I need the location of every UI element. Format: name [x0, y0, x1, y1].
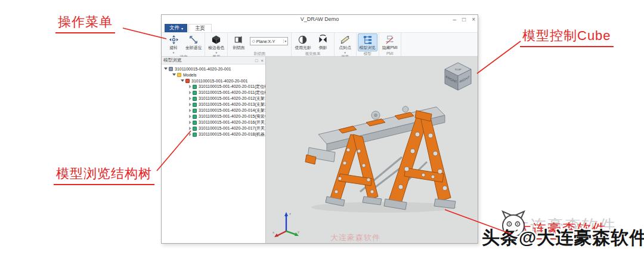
- pin-icon[interactable]: □: [255, 58, 258, 63]
- ribbon-group-model: 模型浏览 模型: [357, 33, 379, 56]
- titlebar: V_DRAW Demo – □ ×: [162, 15, 478, 24]
- collapse-arrow-icon[interactable]: [189, 109, 191, 112]
- chevron-down-icon: ▾: [173, 51, 175, 54]
- point-to-point-button[interactable]: 点到点 ▾: [336, 33, 355, 54]
- plane-icon: ◇: [252, 39, 255, 44]
- collapse-arrow-icon[interactable]: [189, 85, 191, 88]
- lighting-label: 使用光影: [295, 45, 311, 51]
- viewport-watermark: 大连豪森软件: [330, 232, 380, 243]
- tree-root-node[interactable]: 3101100015-001-4020-20-001: [162, 66, 265, 72]
- maximize-button[interactable]: □: [462, 16, 466, 23]
- part-icon: [193, 97, 197, 101]
- expand-arrow-icon[interactable]: [181, 79, 184, 82]
- part-icon: [193, 133, 197, 137]
- viewport-3d[interactable]: TOP FRONT RIGHT: [266, 57, 478, 243]
- tree-part-row[interactable]: 3101100015-001-4020-20-013(支架2): [162, 102, 265, 108]
- tree-part-row[interactable]: 3101100015-001-4020-20-014(支架3): [162, 108, 265, 113]
- ribbon-group-visual: 使用光影 倒影 视觉效果: [292, 33, 334, 56]
- group-label-pmi: PMI: [380, 51, 400, 56]
- expand-arrow-icon[interactable]: [172, 73, 176, 76]
- part-icon: [193, 91, 197, 95]
- section-plane-button[interactable]: 剖切面: [229, 33, 248, 51]
- tree-part-row[interactable]: 3101100015-001-4020-20-011(定位柱1.1): [162, 90, 265, 96]
- fit-all-button[interactable]: 全部适应: [184, 33, 203, 51]
- shaded-cube-icon: [211, 35, 221, 45]
- window-title: V_DRAW Demo: [162, 16, 478, 22]
- annotation-model-tree: 模型浏览结构树: [54, 165, 154, 185]
- tree-models-node[interactable]: Models: [162, 72, 265, 78]
- collapse-arrow-icon[interactable]: [189, 127, 191, 130]
- tree-part-label: 3101100015-001-4020-20-017(开关支架4): [199, 125, 265, 131]
- assembly-root-icon: [169, 67, 173, 71]
- section-plane-select[interactable]: ◇ Plane:X-Y ▾: [250, 37, 288, 45]
- collapse-arrow-icon[interactable]: [189, 115, 191, 118]
- tree-assembly-label: 3101100015-001-4020-20-001: [191, 79, 247, 83]
- hide-pmi-icon: [385, 35, 395, 45]
- reflection-button[interactable]: 倒影: [314, 33, 333, 51]
- section-plane-label: 剖切面: [233, 45, 244, 51]
- tree-part-row[interactable]: 3101100015-001-4020-20-016(开关支架2): [162, 119, 265, 125]
- collapse-arrow-icon[interactable]: [189, 121, 191, 124]
- minimize-button[interactable]: –: [453, 16, 457, 23]
- close-button[interactable]: ×: [472, 16, 475, 23]
- rotate-icon: [169, 35, 179, 45]
- ribbon-tabs: 文件 ▾ 主页: [162, 24, 478, 33]
- reflection-label: 倒影: [319, 45, 327, 51]
- hide-pmi-label: 隐藏PMI: [382, 45, 398, 51]
- tab-file-label: 文件: [169, 24, 179, 32]
- point-to-point-label: 点到点: [339, 45, 351, 51]
- main-area: 模型浏览 □ × 3101100015-001-4020-20-001 Mode…: [162, 57, 478, 243]
- fit-all-icon: [188, 35, 199, 45]
- model-tree-panel: 模型浏览 □ × 3101100015-001-4020-20-001 Mode…: [162, 57, 266, 243]
- tree-part-row[interactable]: 3101100015-001-4020-20-017(开关支架4): [162, 125, 265, 131]
- part-icon: [193, 109, 197, 113]
- ribbon-group-pmi: 隐藏PMI PMI: [379, 33, 401, 56]
- rotate-button[interactable]: 旋转 ▾: [164, 33, 183, 54]
- tree-part-label: 3101100015-001-4020-20-013(支架2): [199, 102, 265, 108]
- section-plane-icon: [234, 35, 244, 45]
- collapse-arrow-icon[interactable]: [189, 91, 191, 94]
- lighting-button[interactable]: 使用光影: [293, 33, 312, 51]
- collapse-arrow-icon[interactable]: [189, 103, 191, 106]
- expand-arrow-icon[interactable]: [164, 67, 168, 70]
- part-icon: [193, 115, 197, 119]
- part-icon: [193, 103, 197, 107]
- close-panel-icon[interactable]: ×: [261, 58, 264, 63]
- axis-x-label: x: [273, 231, 274, 234]
- lighting-icon: [298, 35, 308, 45]
- tab-file[interactable]: 文件 ▾: [165, 24, 187, 32]
- cube-top-label: TOP: [454, 69, 461, 71]
- tree-part-row[interactable]: 3101100015-001-4020-20-011(定位柱1): [162, 84, 265, 90]
- tree-part-row[interactable]: 3101100015-001-4020-20-012(支架1): [162, 96, 265, 102]
- tree-assembly-node[interactable]: 3101100015-001-4020-20-001: [162, 78, 265, 84]
- axis-triad: z x y: [272, 208, 301, 238]
- ribbon-group-display: 棱边着色 ▾ 显示: [205, 33, 228, 56]
- tree-part-label: 3101100015-001-4020-20-016(开关支架2): [199, 119, 265, 125]
- ribbon: 旋转 ▾ 全部适应 操作: [162, 33, 478, 57]
- tree-part-row[interactable]: 3101100015-001-4020-20-018(机器人原点标定.1): [162, 131, 265, 137]
- section-plane-value: Plane:X-Y: [256, 39, 282, 44]
- tab-home[interactable]: 主页: [188, 24, 212, 32]
- annotation-operation-menu: 操作菜单: [55, 13, 115, 33]
- hide-pmi-button[interactable]: 隐藏PMI: [380, 33, 400, 51]
- tab-home-label: 主页: [195, 25, 205, 32]
- axis-z-label: z: [289, 212, 291, 216]
- ribbon-group-section: 剖切面 ◇ Plane:X-Y ▾ 剖切面: [228, 33, 292, 56]
- axis-y-label: y: [298, 230, 299, 234]
- tree-root-label: 3101100015-001-4020-20-001: [175, 67, 231, 71]
- part-icon: [193, 127, 197, 131]
- app-window: V_DRAW Demo – □ × 文件 ▾ 主页 旋转: [161, 14, 478, 244]
- model-browse-button[interactable]: 模型浏览: [358, 33, 377, 51]
- tree-part-label: 3101100015-001-4020-20-015(安装销): [199, 113, 265, 119]
- tree-models-label: Models: [183, 73, 197, 77]
- rotate-label: 旋转: [169, 45, 178, 51]
- tree-part-label: 3101100015-001-4020-20-018(机器人原点标定.1): [199, 131, 265, 137]
- tree-panel-header: 模型浏览 □ ×: [162, 57, 265, 65]
- part-icon: [193, 85, 197, 89]
- collapse-arrow-icon[interactable]: [189, 133, 191, 136]
- tree-part-row[interactable]: 3101100015-001-4020-20-015(安装销): [162, 113, 265, 119]
- edge-shading-button[interactable]: 棱边着色 ▾: [206, 33, 226, 54]
- ruler-icon: [340, 35, 350, 45]
- model-tree: 3101100015-001-4020-20-001 Models 310110…: [162, 65, 265, 243]
- collapse-arrow-icon[interactable]: [189, 97, 191, 100]
